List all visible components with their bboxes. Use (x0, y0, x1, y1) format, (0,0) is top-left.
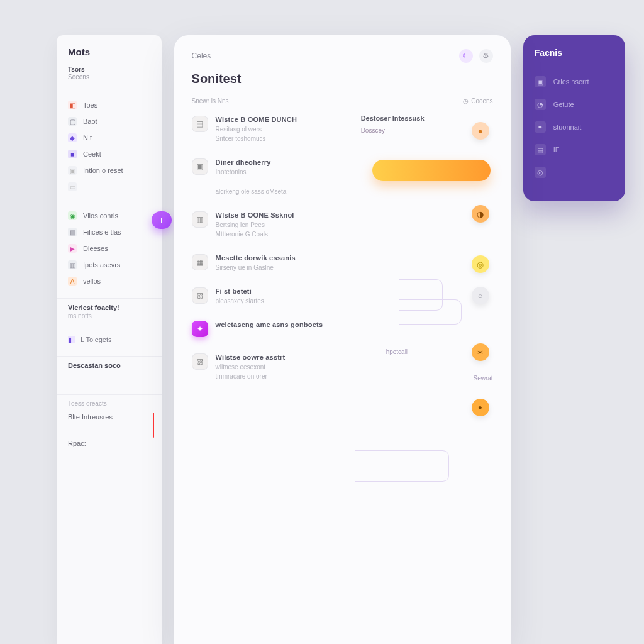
letter-a-icon: A (68, 277, 77, 286)
tags-block: Toess oreacts Blte Intreusres Rpac: (57, 400, 162, 450)
square-fill-icon: ■ (68, 150, 77, 158)
nav-item-vilos[interactable]: ◉ Vilos conris (63, 208, 155, 224)
sidebar: Mots Tsors Soeens ◧ Toes ▢ Baot ◆ N.t ■ … (57, 35, 162, 644)
r-item-stuon[interactable]: ✦ stuonnait (535, 116, 614, 138)
entry-title: Wistce B OOME DUNCH (216, 116, 493, 123)
square-icon: ▢ (68, 117, 77, 126)
play-icon: ▶ (68, 244, 77, 253)
r-item-if[interactable]: ▤ IF (535, 138, 614, 161)
nav-group-1: ◧ Toes ▢ Baot ◆ N.t ■ Ceekt ▣ Intlon o r… (57, 97, 162, 195)
entry-body: Fi st beteti pleasaxey slartes (216, 287, 493, 304)
section-descastan-title: Descastan soco (57, 362, 162, 369)
entry-body: Diner dheoherry Inotetonins alcrkeng ole… (216, 158, 493, 195)
tag-icon: ▮ (68, 336, 75, 343)
section-vierlest-title: Vierlest foacity! (57, 304, 162, 311)
sidebar-sub1: Tsors (68, 66, 150, 73)
nav-item-vellos[interactable]: A vellos (63, 273, 155, 289)
entry-body: Mesctte dorwik essanis Sirseny ue in Gas… (216, 254, 493, 271)
brand: Mots (68, 47, 150, 57)
nav-label: N.t (83, 134, 92, 142)
rect-icon: ▭ (68, 182, 77, 191)
nav-label: Toes (83, 101, 97, 109)
feed-entry-3[interactable]: ▥ Wlstse B OONE Ssknol Bertsing len Pees… (192, 206, 493, 249)
doc-icon: ▦ (192, 254, 208, 270)
tag-rpac[interactable]: Rpac: (65, 437, 153, 450)
ring-icon: ◎ (535, 167, 546, 178)
main-topbar: Celes ☾ ⚙ (192, 49, 493, 63)
entry-line: tmmracare on orer (216, 373, 493, 380)
tab-celes[interactable]: Celes (192, 52, 211, 60)
r-item-cries[interactable]: ▣ Cries nserrt (535, 70, 614, 93)
entry-line: wiltnese eesexont (216, 364, 493, 370)
nav-item-ceekt[interactable]: ■ Ceekt (63, 146, 155, 162)
meta-row: Snewr is Nns ◷ Cooens (192, 97, 493, 104)
nav-item-blank[interactable]: ▭ (63, 179, 155, 195)
r-item-blank[interactable]: ◎ (535, 161, 614, 184)
box-icon: ▣ (68, 166, 77, 175)
pie-icon: ◔ (535, 99, 546, 110)
divider (57, 356, 162, 357)
doc-icon: ▨ (192, 353, 208, 370)
mini-label: L Tolegets (80, 336, 112, 343)
tag-blte[interactable]: Blte Intreusres (65, 411, 153, 423)
entry-line: Sirseny ue in Gaslne (216, 264, 493, 271)
list-icon: ▤ (535, 144, 546, 155)
nav-item-filices[interactable]: ▤ Filices e tlas (63, 224, 155, 240)
feed-entry-5[interactable]: ▧ Fi st beteti pleasaxey slartes (192, 282, 493, 316)
feed-entry-7[interactable]: ▨ Wilstse oowre asstrt wiltnese eesexont… (192, 348, 493, 391)
entry-line: Mttteronie G Coals (216, 231, 493, 238)
gear-icon[interactable]: ⚙ (479, 49, 493, 63)
main-panel: Celes ☾ ⚙ Sonitest Snewr is Nns ◷ Cooens… (174, 35, 511, 644)
r-item-getute[interactable]: ◔ Getute (535, 93, 614, 116)
cols-icon: ▥ (68, 260, 77, 269)
grid-icon: ▣ (535, 76, 546, 87)
diamond-icon: ◆ (68, 133, 77, 142)
sidebar-header: Mots Tsors Soeens (57, 47, 162, 84)
entry-line: Inotetonins (216, 169, 493, 175)
page-title: Sonitest (192, 72, 493, 86)
moon-icon[interactable]: ☾ (459, 49, 473, 63)
entry-title: wcletaseng ame asns gonboets (216, 321, 493, 328)
doc-icon: ▤ (192, 116, 208, 132)
feed-entry-1[interactable]: ▤ Wistce B OOME DUNCH Resitasg ol wers S… (192, 111, 493, 153)
nav-label: Dieeses (83, 245, 108, 252)
entry-line: pleasaxey slartes (216, 297, 493, 304)
feed-entry-4[interactable]: ▦ Mesctte dorwik essanis Sirseny ue in G… (192, 249, 493, 282)
nav-item-intlon[interactable]: ▣ Intlon o reset (63, 162, 155, 179)
nav-item-ipets[interactable]: ▥ Ipets asevrs (63, 257, 155, 273)
doc-icon: ▥ (192, 211, 208, 228)
sidebar-accent-badge[interactable]: I (152, 211, 172, 229)
nav-label: Vilos conris (83, 212, 118, 219)
status-bubble-6[interactable]: ✦ (472, 399, 489, 416)
nav-label: vellos (83, 277, 101, 285)
clock-icon: ◷ (463, 97, 469, 104)
r-item-label: Cries nserrt (553, 78, 589, 86)
entry-body: Wistce B OOME DUNCH Resitasg ol wers Sri… (216, 116, 493, 142)
meta-right[interactable]: ◷ Cooens (463, 97, 492, 104)
circle-icon: ◉ (68, 211, 77, 220)
sidebar-sub2: Soeens (68, 74, 150, 80)
nav-item-baot[interactable]: ▢ Baot (63, 113, 155, 130)
entry-title: Wilstse oowre asstrt (216, 353, 493, 361)
nav-group-2: ◉ Vilos conris ▤ Filices e tlas ▶ Dieese… (57, 208, 162, 289)
entry-line: Sritcer toshomucs (216, 135, 493, 142)
nav-item-dieeses[interactable]: ▶ Dieeses (63, 240, 155, 257)
nav-label: Intlon o reset (83, 167, 123, 174)
nav-item-nt[interactable]: ◆ N.t (63, 130, 155, 146)
meta-left: Snewr is Nns (192, 97, 229, 104)
tags-header: Toess oreacts (65, 400, 153, 411)
nav-item-toes[interactable]: ◧ Toes (63, 97, 155, 113)
entry-title: Diner dheoherry (216, 158, 493, 166)
entry-title: Mesctte dorwik essanis (216, 254, 493, 262)
r-item-label: Getute (553, 101, 574, 108)
spark-icon: ✦ (535, 121, 546, 133)
top-actions: ☾ ⚙ (459, 49, 493, 63)
mini-item-tolegets[interactable]: ▮ L Tolegets (57, 332, 162, 347)
feed-entry-6[interactable]: ✦ wcletaseng ame asns gonboets (192, 316, 493, 348)
right-card: Facnis ▣ Cries nserrt ◔ Getute ✦ stuonna… (523, 35, 625, 201)
rows-icon: ▤ (68, 228, 77, 236)
feed-entry-2[interactable]: ▣ Diner dheoherry Inotetonins alcrkeng o… (192, 153, 493, 206)
spark-icon: ✦ (192, 321, 208, 337)
right-card-title: Facnis (535, 48, 614, 58)
red-indicator (153, 413, 154, 438)
